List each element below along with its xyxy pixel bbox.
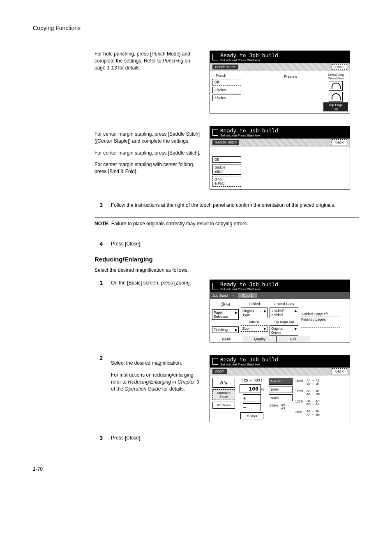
conv-label: A5 → A3 [281, 404, 292, 410]
back-button[interactable]: Back [332, 64, 347, 70]
punch-paragraph: For hole punching, press [Punch Mode] an… [95, 51, 210, 71]
section-heading-reducing: Reducing/Enlarging [95, 256, 359, 263]
conv-label: B4 → A3 B5 → A4 [307, 400, 346, 406]
zoom-minus-button[interactable]: – [243, 403, 261, 411]
screen-header: Ready to Job build Set original Press St… [210, 280, 350, 292]
preset-129-row[interactable]: 129%A4 → B4 A5 → B5 [294, 388, 347, 397]
running-header: Copying Functions [33, 25, 359, 31]
screen-sub-bar: Saddle Stitch Back [210, 138, 350, 146]
saddle-paragraph-1: For center margin stapling, press [Saddl… [95, 131, 201, 145]
screen-header: Ready to Job build Set original Press St… [210, 126, 350, 138]
xy-zoom-button[interactable]: XY Zoom [212, 402, 235, 409]
screen-header: Ready to Job build Set original Press St… [210, 51, 350, 63]
step-3-text: Follow the instructions at the right of … [111, 202, 359, 209]
option-bind-fold[interactable]: Bind & Fold [212, 176, 241, 187]
preset-auto-button[interactable]: Auto % [269, 378, 293, 385]
preset-100-button[interactable]: 100% [269, 386, 293, 393]
preview-label: Preview [284, 74, 297, 79]
pct-label: 78% [295, 410, 307, 416]
label: Original Orient [271, 326, 283, 335]
copy-mode-value: 2-sided Copy [270, 301, 298, 306]
chevron-right-icon: ▶ [264, 309, 266, 313]
document-icon [212, 283, 218, 289]
header-rule [33, 34, 359, 34]
sided-button[interactable]: 1-sided/ 2-sided▶ [270, 308, 298, 318]
screen-header: Ready to Job build Set original Press St… [210, 355, 350, 367]
screen-subtitle: Set original Press Start key. [220, 363, 278, 366]
standard-zoom-button[interactable]: Standard Zoom [212, 389, 235, 400]
punch-mode-screen: Ready to Job build Set original Press St… [210, 51, 350, 113]
option-saddle-stitch[interactable]: Saddle stitch [212, 164, 241, 175]
option-2-holes[interactable]: 2 holes [212, 87, 241, 93]
reduce-intro: Select the desired magnification as foll… [95, 267, 359, 274]
option-off[interactable]: Off [212, 156, 241, 163]
tab-bar: Basic Quality Edit [210, 336, 350, 342]
orientation-icon[interactable] [329, 92, 343, 102]
tab-edit[interactable]: Edit [277, 336, 310, 342]
paper-selection-button[interactable]: Paper Selection▶ [212, 309, 239, 320]
original-orient-button[interactable]: Original Orient▶ [270, 325, 298, 336]
preset-200-row[interactable]: 200%A5 → A3 [269, 402, 293, 412]
document-icon [212, 54, 218, 60]
back-button[interactable]: Back [332, 368, 347, 374]
job-build-screen: Ready to Job build Set original Press St… [210, 280, 350, 342]
text: of the [111, 386, 125, 392]
step-number-3: 3 [86, 202, 111, 208]
reduce-step-number-3: 3 [86, 435, 111, 441]
zoom-button[interactable]: Zoom▶ [241, 325, 267, 332]
screen-subtitle: Set original Press Start key. [220, 287, 278, 291]
top-edge-button[interactable]: Top Edge Top [323, 102, 348, 111]
dash: – [232, 294, 234, 298]
zoom-plus-button[interactable]: + [243, 394, 261, 402]
label: 1-sided/ 2-sided [271, 309, 284, 317]
mode-label: Saddle Stitch [212, 140, 239, 145]
conv-label: A4 → A3 B5 → B4 [307, 379, 346, 386]
paper-size-icon: ⓤ [221, 302, 225, 307]
option-off[interactable]: Off [212, 79, 241, 86]
document-icon [212, 129, 218, 136]
pct-label: 121% [295, 400, 307, 406]
auto-percent-label: Auto % [241, 319, 267, 324]
zoom-range-label: ( 25 ～ 400 ) [242, 378, 262, 383]
preset-121-row[interactable]: 121%B4 → A3 B5 → A4 [294, 398, 347, 407]
finishing-button[interactable]: Finishing▶ [212, 326, 239, 333]
document-icon [212, 358, 218, 365]
step-number-4: 4 [86, 240, 111, 247]
tab-basic[interactable]: Basic [210, 336, 243, 342]
chevron-right-icon: ▶ [295, 327, 297, 331]
saddle-stitch-screen: Ready to Job build Set original Press St… [210, 126, 350, 190]
tab-quality[interactable]: Quality [243, 336, 277, 342]
chevron-right-icon: ▶ [235, 311, 238, 314]
note-label: NOTE: [95, 221, 110, 227]
summary-line: 1-sided CopyLeft [301, 312, 340, 317]
punch-link-ref: Punching [163, 58, 183, 64]
numeric-keys-button[interactable]: #-Keys [240, 412, 263, 419]
back-button[interactable]: Back [332, 139, 347, 145]
summary-line [301, 322, 340, 328]
text: for details. [117, 65, 141, 71]
note-text: Failure to place originals correctly may… [110, 221, 248, 227]
saddle-paragraph-2: For center margin stapling, press [Saddl… [95, 150, 201, 157]
screen-subtitle: Set original Press Start key. [220, 134, 278, 137]
step-indicator: Step 1 [238, 293, 257, 298]
original-type-button[interactable]: Original Type▶ [241, 308, 267, 318]
zoom-percent-value: 100 [240, 384, 261, 393]
orientation-icon[interactable] [329, 81, 343, 91]
percent-symbol: % [261, 387, 264, 391]
zoom-a-icon: A↘ [212, 378, 235, 388]
label: Original Type [242, 309, 254, 317]
preset-154-row[interactable]: 154%A4 → A3 B5 → B4 [294, 378, 347, 387]
paper-size-value: A4 [226, 303, 230, 307]
preset-78-row[interactable]: 78%A3 → B4 A4 → B5 [294, 409, 347, 418]
punch-page-ref: 1-13 [107, 65, 117, 71]
chevron-right-icon: ▶ [264, 327, 266, 331]
preset-400-button[interactable]: 400% [269, 394, 293, 401]
mode-label: Punch Mode [212, 65, 238, 69]
job-build-label: Job Build [212, 294, 228, 298]
screen-title: Ready to Job build [220, 281, 278, 287]
screen-sub-bar: Zoom Back [210, 367, 350, 375]
option-3-holes[interactable]: 3 holes [212, 95, 241, 101]
screen-title: Ready to Job build [220, 127, 278, 134]
ref: Operation Guide [125, 386, 161, 392]
job-build-sub-bar: Job Build – Step 1 [210, 292, 350, 299]
